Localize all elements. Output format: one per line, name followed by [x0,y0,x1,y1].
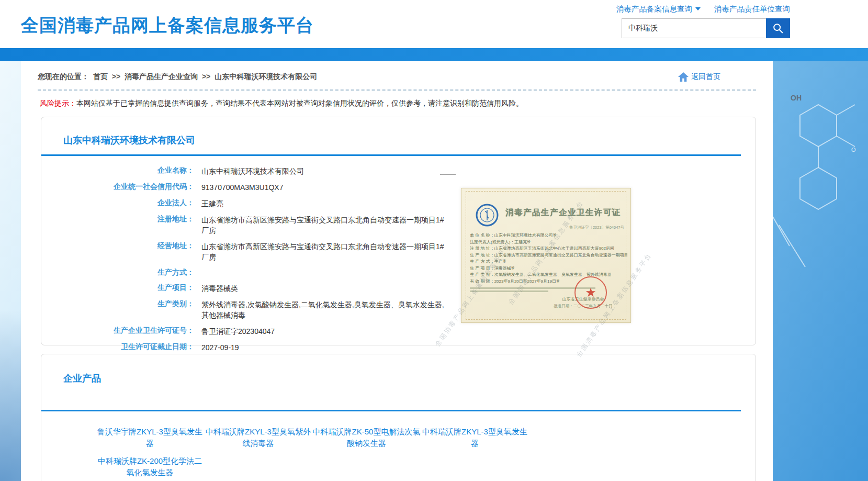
emblem-icon [475,203,499,227]
product-list: 鲁沃华宇牌ZKYL-3型臭氧发生器 中科瑞沃牌ZKYL-3型臭氧紫外线消毒器 中… [96,426,546,481]
search-box [570,18,790,38]
search-input[interactable] [622,18,766,38]
info-field-row: 注册地址： 山东省潍坊市高新区潍安路与宝通街交叉路口东北角自动变速器一期项目1#… [41,212,756,239]
red-seal-icon: ★ [574,276,607,309]
breadcrumb: 您现在的位置： 首页 >> 消毒产品生产企业查询 >> 山东中科瑞沃环境技术有限… [38,72,319,82]
field-label: 卫生许可证截止日期： [41,342,194,353]
field-label: 企业统一社会信用代码： [41,182,194,193]
site-header: 全国消毒产品网上备案信息服务平台 消毒产品备案信息查询 消毒产品责任单位查询 [0,0,868,48]
info-field-row: 经营地址： 山东省潍坊市高新区潍安路与宝通街交叉路口东北角自动变速器一期项目1#… [41,239,756,265]
field-label: 企业名称： [41,166,194,176]
field-value: 紫外线消毒器,次氯酸钠发生器,二氧化氯发生器,臭氧发生器、臭氧水发生器,其他器械… [201,299,447,320]
field-value [201,268,447,277]
field-value: 山东中科瑞沃环境技术有限公司 [201,166,447,176]
breadcrumb-separator: >> [112,72,120,81]
certificate-line: 法定代表人(或负责人)：王建亮※ [470,239,627,246]
background-molecule-decoration: OH O [769,52,868,304]
field-label: 生产项目： [41,283,194,294]
dropdown-caret-icon [695,7,701,10]
certificate-line: 生 产 方 式：生产※ [470,259,627,265]
field-value: 消毒器械类 [201,283,447,294]
info-field-row: 生产企业卫生许可证号： 鲁卫消证字202304047 [41,323,756,340]
company-products-panel: 企业产品 鲁沃华宇牌ZKYL-3型臭氧发生器 中科瑞沃牌ZKYL-3型臭氧紫外线… [41,354,756,481]
breadcrumb-separator: >> [202,72,210,81]
svg-text:OH: OH [791,94,802,102]
field-value: 鲁卫消证字202304047 [201,326,447,337]
license-certificate-image: 消毒产品生产企业卫生许可证 鲁卫消证字〔2023〕第04047号 单 位 名 称… [461,188,631,323]
risk-notice: 风险提示：本网站仅基于已掌握的信息提供查询服务，查询结果不代表本网站对被查询对象… [40,99,756,108]
dashed-divider [38,90,756,91]
certificate-line: 单 位 名 称：山东中科瑞沃环境技术有限公司※ [470,232,627,239]
info-field-row: 生产类别： 紫外线消毒器,次氯酸钠发生器,二氧化氯发生器,臭氧发生器、臭氧水发生… [41,297,756,323]
nav-link-unit-query[interactable]: 消毒产品责任单位查询 [714,5,790,13]
certificate-line: 生 产 类 别：次氯酸钠发生器、二氧化氯发生器、臭氧发生器、紫外线消毒器 [470,272,627,278]
nav-link-unit-query-label: 消毒产品责任单位查询 [714,5,790,13]
field-label: 注册地址： [41,215,194,236]
info-field-row: 生产方式： [41,265,756,281]
svg-text:O: O [851,147,856,153]
search-icon [772,23,784,34]
products-panel-title: 企业产品 [63,372,756,385]
certificate-title: 消毒产品生产企业卫生许可证 [505,207,629,218]
back-home-link[interactable]: 返回首页 [678,72,720,82]
field-value: 山东省潍坊市高新区潍安路与宝通街交叉路口东北角自动变速器一期项目1#厂房 [201,215,447,236]
product-link[interactable]: 中科瑞沃牌ZKYL-3型臭氧发生器 [421,426,529,449]
product-link[interactable]: 中科瑞沃牌ZKYL-3型臭氧紫外线消毒器 [204,426,312,449]
product-link[interactable]: 中科瑞沃牌ZK-200型化学法二氧化氯发生器 [96,455,204,478]
panel-rule [41,410,741,411]
info-field-row: 生产项目： 消毒器械类 [41,281,756,297]
field-value: 王建亮 [201,198,447,209]
top-nav: 消毒产品备案信息查询 消毒产品责任单位查询 [570,4,790,14]
seal-star: ★ [585,285,596,300]
field-label: 生产方式： [41,268,194,277]
back-home-label: 返回首页 [691,72,720,82]
certificate-number: 鲁卫消证字〔2023〕第04047号 [569,225,624,230]
product-link[interactable]: 中科瑞沃牌ZK-50型电解法次氯酸钠发生器 [312,426,421,449]
field-label: 企业法人： [41,198,194,209]
certificate-body: 单 位 名 称：山东中科瑞沃环境技术有限公司※ 法定代表人(或负责人)：王建亮※… [470,232,627,285]
nav-link-record-query-label: 消毒产品备案信息查询 [616,5,692,13]
company-panel-title: 山东中科瑞沃环境技术有限公司 [63,134,756,147]
breadcrumb-prefix: 您现在的位置： [38,72,89,81]
scan-artifact-dash [440,174,456,175]
field-value: 91370700MA3M3U1QX7 [201,182,447,193]
field-label: 生产类别： [41,299,194,320]
breadcrumb-item-query[interactable]: 消毒产品生产企业查询 [125,72,198,81]
nav-link-record-query[interactable]: 消毒产品备案信息查询 [616,5,701,13]
header-accent-band [0,48,868,61]
home-icon [678,72,689,82]
main-content: 您现在的位置： 首页 >> 消毒产品生产企业查询 >> 山东中科瑞沃环境技术有限… [21,61,773,481]
risk-notice-text: 本网站仅基于已掌握的信息提供查询服务，查询结果不代表本网站对被查询对象信用状况的… [76,99,523,107]
field-label: 经营地址： [41,241,194,262]
certificate-line: 生 产 项 目：消毒器械※ [470,265,627,272]
panel-rule [41,154,741,156]
field-value: 2027-09-19 [201,342,447,353]
info-field-row: 企业名称： 山东中科瑞沃环境技术有限公司 [41,163,756,180]
company-info-panel: 山东中科瑞沃环境技术有限公司 企业名称： 山东中科瑞沃环境技术有限公司 企业统一… [41,117,756,345]
info-field-row: 企业法人： 王建亮 [41,196,756,212]
risk-notice-label: 风险提示： [40,99,76,107]
certificate-line: 生 产 地 址：山东省潍坊市高新区潍安路与宝通街交叉路口东北角自动变速器一期项目… [470,252,627,259]
field-value: 山东省潍坊市高新区潍安路与宝通街交叉路口东北角自动变速器一期项目1#厂房 [201,241,447,262]
header-right-group: 消毒产品备案信息查询 消毒产品责任单位查询 [570,4,790,38]
product-link[interactable]: 鲁沃华宇牌ZKYL-3型臭氧发生器 [96,426,204,449]
breadcrumb-item-home[interactable]: 首页 [93,72,108,81]
info-field-row: 企业统一社会信用代码： 91370700MA3M3U1QX7 [41,180,756,196]
field-label: 生产企业卫生许可证号： [41,326,194,337]
company-fields: 企业名称： 山东中科瑞沃环境技术有限公司 企业统一社会信用代码： 9137070… [41,163,756,356]
search-button[interactable] [766,18,790,38]
breadcrumb-item-company: 山东中科瑞沃环境技术有限公司 [215,72,317,81]
site-title: 全国消毒产品网上备案信息服务平台 [21,14,314,38]
certificate-line: 注 册 地 址：山东省潍坊高新区玉清东街以北中心次干道以西高新大厦902房间 [470,245,627,252]
